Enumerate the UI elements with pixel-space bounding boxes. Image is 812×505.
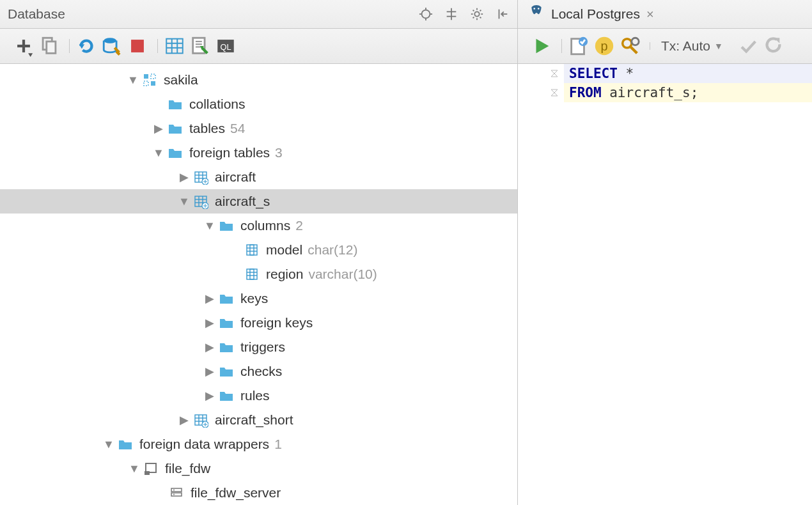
svg-point-0 — [422, 10, 430, 19]
column-icon — [243, 242, 261, 258]
edit-doc-icon[interactable] — [189, 35, 211, 57]
parameter-icon[interactable]: p — [593, 35, 615, 57]
datasource-properties-icon[interactable] — [101, 35, 123, 57]
node-label: file_fdw_server — [191, 485, 281, 501]
folder-icon — [217, 341, 235, 354]
sql-text: aircraft_s; — [602, 85, 699, 100]
tree-node-aircraft[interactable]: ▶ aircraft — [0, 165, 517, 189]
tree-node-aircraft-s[interactable]: ▼ aircraft_s — [0, 189, 517, 214]
svg-point-75 — [173, 494, 175, 495]
gear-icon[interactable] — [470, 7, 484, 21]
tree-node-foreign-tables[interactable]: ▼ foreign tables 3 — [0, 141, 517, 165]
tree-node-collations[interactable]: ▶ collations — [0, 92, 517, 116]
panel-title-text: Database — [8, 6, 65, 22]
tree-node-file-fdw[interactable]: ▼ file_fdw — [0, 456, 517, 481]
foreign-table-icon — [192, 194, 210, 209]
split-icon[interactable] — [444, 7, 458, 21]
tx-label: Tx: Auto — [661, 38, 710, 54]
tree-node-foreign-keys[interactable]: ▶ foreign keys — [0, 311, 517, 335]
run-icon[interactable] — [531, 35, 552, 57]
node-label: aircraft_s — [215, 194, 270, 209]
tree-node-keys[interactable]: ▶ keys — [0, 286, 517, 311]
svg-marker-21 — [28, 53, 33, 57]
add-icon[interactable] — [13, 35, 35, 57]
svg-line-16 — [480, 10, 481, 12]
commit-icon[interactable] — [737, 35, 759, 57]
node-label: tables — [189, 121, 225, 136]
tree-node-sakila[interactable]: ▼ sakila — [0, 68, 517, 92]
tree-node-model[interactable]: ▶ model char(12) — [0, 238, 517, 262]
svg-rect-70 — [146, 463, 156, 472]
folder-icon — [116, 438, 134, 451]
sql-console-icon[interactable]: QL — [215, 35, 237, 57]
rollback-icon[interactable] — [761, 35, 783, 57]
code-line-2[interactable]: FROM aircraft_s; — [564, 83, 812, 102]
svg-rect-42 — [144, 81, 148, 86]
node-label: sakila — [164, 72, 198, 88]
svg-point-25 — [104, 38, 116, 43]
svg-rect-43 — [151, 81, 155, 86]
svg-rect-56 — [247, 245, 257, 255]
column-icon — [243, 267, 261, 282]
svg-rect-23 — [47, 42, 56, 53]
tree-node-region[interactable]: ▶ region varchar(10) — [0, 262, 517, 286]
chevron-down-icon: ▼ — [714, 41, 723, 51]
folder-icon — [217, 316, 235, 329]
svg-point-76 — [533, 8, 535, 10]
database-panel-title: Database — [0, 0, 517, 29]
sql-text: * — [618, 66, 634, 81]
stop-icon[interactable] — [127, 35, 148, 57]
wrapper-icon — [142, 461, 160, 476]
svg-line-13 — [473, 10, 474, 12]
tree-node-fdw[interactable]: ▼ foreign data wrappers 1 — [0, 432, 517, 456]
node-label: foreign keys — [240, 315, 313, 330]
collapse-icon[interactable] — [496, 7, 510, 21]
tab-local-postgres[interactable]: Local Postgres × — [523, 0, 659, 28]
tree-node-columns[interactable]: ▼ columns 2 — [0, 214, 517, 238]
tab-label: Local Postgres — [551, 6, 640, 22]
svg-point-83 — [623, 39, 632, 48]
editor-gutter — [518, 64, 563, 505]
svg-rect-60 — [247, 269, 257, 279]
svg-point-8 — [474, 12, 479, 16]
tx-mode-selector[interactable]: Tx: Auto ▼ — [656, 38, 728, 54]
editor-tabs: Local Postgres × — [518, 0, 812, 29]
node-label: model — [266, 242, 302, 258]
svg-point-84 — [632, 38, 639, 45]
node-label: file_fdw — [165, 461, 210, 476]
svg-point-74 — [173, 490, 175, 491]
svg-rect-73 — [171, 493, 182, 496]
svg-text:QL: QL — [220, 42, 231, 52]
tree-node-file-fdw-server[interactable]: ▶ file_fdw_server — [0, 481, 517, 505]
svg-rect-59 — [250, 245, 254, 255]
tree-node-rules[interactable]: ▶ rules — [0, 384, 517, 408]
explain-plan-icon[interactable] — [568, 35, 589, 57]
tree-node-aircraft-short[interactable]: ▶ aircraft_short — [0, 408, 517, 432]
target-icon[interactable] — [419, 7, 433, 21]
svg-point-77 — [538, 8, 540, 10]
node-label: keys — [240, 291, 268, 306]
tree-node-tables[interactable]: ▶ tables 54 — [0, 116, 517, 141]
node-label: foreign tables — [189, 145, 270, 160]
tree-node-checks[interactable]: ▶ checks — [0, 359, 517, 384]
svg-rect-40 — [144, 74, 148, 79]
refresh-icon[interactable] — [75, 35, 97, 57]
settings-icon[interactable] — [619, 35, 641, 57]
copy-icon[interactable] — [38, 35, 60, 57]
sql-editor[interactable]: SELECT * FROM aircraft_s; — [518, 64, 812, 505]
node-count: 1 — [274, 437, 282, 452]
tree-node-triggers[interactable]: ▶ triggers — [0, 335, 517, 359]
postgres-icon — [528, 4, 545, 24]
svg-rect-28 — [166, 39, 183, 54]
database-tree[interactable]: ▼ sakila ▶ collations ▶ tables 54 ▼ fore… — [0, 64, 517, 505]
svg-marker-24 — [79, 44, 85, 49]
code-line-1[interactable]: SELECT * — [564, 64, 812, 83]
svg-line-15 — [473, 17, 474, 19]
close-icon[interactable]: × — [646, 7, 654, 22]
folder-icon — [166, 98, 184, 111]
sql-keyword: SELECT — [569, 66, 618, 81]
node-label: checks — [240, 364, 282, 379]
svg-rect-72 — [171, 488, 182, 492]
table-icon[interactable] — [164, 35, 185, 57]
svg-rect-27 — [131, 40, 144, 52]
